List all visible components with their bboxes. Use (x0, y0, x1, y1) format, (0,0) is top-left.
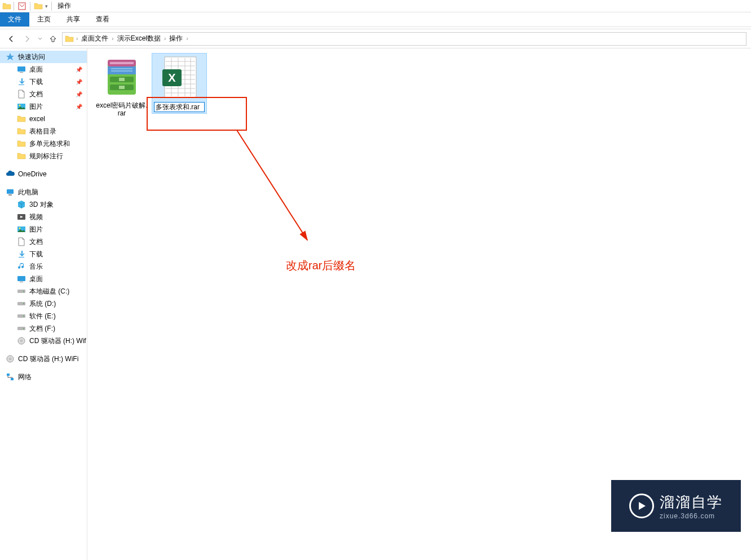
breadcrumb-item[interactable]: 演示Excel数据 (115, 34, 163, 43)
svg-point-19 (23, 315, 24, 317)
folder-icon (65, 34, 74, 43)
drive-icon (17, 299, 26, 308)
folder-icon (17, 127, 26, 136)
desktop-icon (17, 274, 26, 283)
properties-icon[interactable] (17, 2, 26, 11)
sidebar-drive-d[interactable]: 系统 (D:) (0, 297, 87, 310)
rename-input[interactable] (154, 102, 205, 112)
svg-point-23 (21, 340, 23, 342)
drive-icon (17, 324, 26, 333)
back-button[interactable] (5, 32, 18, 46)
sidebar-cd-h[interactable]: CD 驱动器 (H:) Wif (0, 335, 87, 347)
breadcrumb-item[interactable]: 操作 (167, 34, 185, 43)
cube-icon (17, 200, 26, 209)
separator (14, 2, 14, 11)
tab-share[interactable]: 共享 (59, 12, 88, 26)
sidebar-pictures2[interactable]: 图片 (0, 223, 87, 235)
sidebar-drive-e[interactable]: 软件 (E:) (0, 310, 87, 322)
sidebar-downloads[interactable]: 下载 📌 (0, 75, 87, 88)
breadcrumb-item[interactable]: 桌面文件 (79, 34, 111, 43)
sidebar-multi-cell-sum[interactable]: 多单元格求和 (0, 137, 87, 150)
svg-rect-33 (111, 70, 132, 72)
drive-icon (17, 312, 26, 321)
sidebar-3d-objects[interactable]: 3D 对象 (0, 198, 87, 211)
svg-rect-1 (17, 66, 25, 72)
pin-icon: 📌 (76, 66, 82, 73)
svg-rect-13 (20, 282, 23, 282)
svg-point-10 (19, 228, 21, 229)
star-icon (6, 52, 15, 61)
disc-icon (6, 354, 15, 363)
sidebar-label: 文档 (29, 237, 43, 247)
sidebar-label: 桌面 (29, 65, 43, 74)
download-icon (17, 77, 26, 86)
chevron-down-icon[interactable]: ▾ (45, 3, 48, 9)
video-icon (17, 212, 26, 221)
sidebar-quick-access[interactable]: 快速访问 (0, 51, 87, 63)
folder-icon (17, 139, 26, 148)
tab-view[interactable]: 查看 (88, 12, 117, 26)
music-icon (17, 262, 26, 271)
watermark: 溜溜自学 zixue.3d66.com (611, 480, 741, 532)
folder-icon[interactable] (34, 2, 43, 11)
file-label: excel密码片破解.rar (95, 101, 148, 117)
cloud-icon (6, 170, 15, 179)
file-thumb-excel: X (157, 55, 202, 100)
svg-rect-26 (7, 374, 10, 376)
sidebar-label: 桌面 (29, 274, 43, 284)
recent-dropdown[interactable] (36, 32, 44, 46)
sidebar-cd-h2[interactable]: CD 驱动器 (H:) WiFi (0, 353, 87, 365)
up-button[interactable] (46, 32, 60, 46)
chevron-right-icon[interactable]: › (112, 35, 113, 42)
breadcrumb[interactable]: › 桌面文件 › 演示Excel数据 › 操作 › (62, 32, 746, 46)
sidebar-drive-f[interactable]: 文档 (F:) (0, 322, 87, 335)
sidebar-documents[interactable]: 文档 📌 (0, 88, 87, 100)
sidebar: 快速访问 桌面 📌 下载 📌 文档 📌 图片 📌 excel 表格目 (0, 48, 87, 560)
svg-rect-37 (119, 86, 125, 89)
tab-file[interactable]: 文件 (0, 12, 29, 26)
watermark-sub: zixue.3d66.com (660, 512, 715, 520)
watermark-main: 溜溜自学 (660, 492, 723, 512)
network-icon (6, 372, 15, 381)
sidebar-videos[interactable]: 视频 (0, 211, 87, 223)
file-item-rar[interactable]: excel密码片破解.rar (94, 53, 149, 118)
sidebar-label: CD 驱动器 (H:) WiFi (18, 354, 78, 364)
watermark-logo-icon (629, 494, 654, 518)
svg-rect-3 (19, 85, 24, 85)
svg-rect-6 (7, 189, 14, 194)
sidebar-network[interactable]: 网络 (0, 371, 87, 383)
svg-point-15 (23, 291, 24, 292)
sidebar-desktop2[interactable]: 桌面 (0, 273, 87, 285)
sidebar-downloads2[interactable]: 下载 (0, 248, 87, 260)
sidebar-label: 文档 (F:) (29, 324, 55, 334)
sidebar-music[interactable]: 音乐 (0, 260, 87, 273)
chevron-right-icon[interactable]: › (186, 35, 188, 42)
tab-home[interactable]: 主页 (29, 12, 59, 26)
file-item-excel-selected[interactable]: X (152, 53, 207, 114)
svg-rect-0 (19, 3, 25, 10)
file-thumb-archive (99, 54, 144, 99)
sidebar-drive-c[interactable]: 本地磁盘 (C:) (0, 285, 87, 297)
pin-icon: 📌 (76, 91, 82, 97)
sidebar-pictures[interactable]: 图片 📌 (0, 100, 87, 113)
forward-button[interactable] (20, 32, 34, 46)
chevron-right-icon[interactable]: › (76, 35, 78, 42)
sidebar-label: 本地磁盘 (C:) (29, 287, 69, 296)
sidebar-label: 网络 (18, 372, 32, 382)
svg-point-5 (19, 105, 21, 106)
sidebar-this-pc[interactable]: 此电脑 (0, 186, 87, 198)
sidebar-label: 音乐 (29, 262, 43, 272)
navbar: › 桌面文件 › 演示Excel数据 › 操作 › (0, 29, 751, 48)
chevron-right-icon[interactable]: › (164, 35, 166, 42)
svg-rect-32 (111, 68, 132, 69)
sidebar-table-dir[interactable]: 表格目录 (0, 125, 87, 137)
svg-point-21 (23, 328, 24, 329)
sidebar-label: 下载 (29, 77, 43, 87)
sidebar-excel[interactable]: excel (0, 113, 87, 125)
sidebar-onedrive[interactable]: OneDrive (0, 168, 87, 180)
svg-rect-35 (119, 78, 125, 81)
sidebar-documents2[interactable]: 文档 (0, 235, 87, 248)
sidebar-desktop[interactable]: 桌面 📌 (0, 63, 87, 75)
sidebar-rule-annot[interactable]: 规则标注行 (0, 150, 87, 162)
sidebar-label: 系统 (D:) (29, 299, 56, 309)
